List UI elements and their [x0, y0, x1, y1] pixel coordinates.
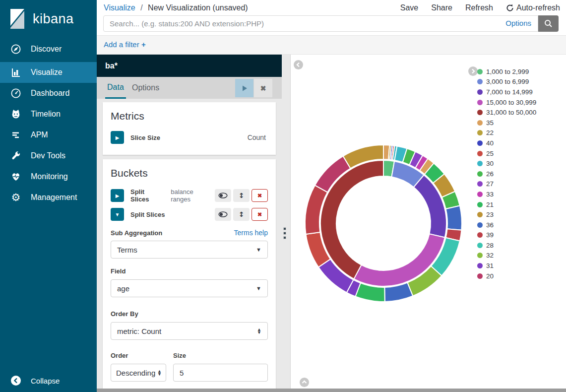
sidebar-item-discover[interactable]: Discover — [0, 39, 97, 60]
legend-item[interactable]: 23 — [477, 209, 536, 220]
visualization-canvas: 1,000 to 2,9993,000 to 6,9997,000 to 14,… — [290, 55, 566, 389]
field-select[interactable]: age ▼ — [111, 279, 268, 297]
play-icon — [241, 85, 248, 92]
legend-item[interactable]: 26 — [477, 169, 536, 179]
tab-options[interactable]: Options — [130, 77, 161, 99]
chart-legend: 1,000 to 2,9993,000 to 6,9997,000 to 14,… — [477, 66, 536, 281]
search-button[interactable] — [538, 15, 559, 32]
legend-item[interactable]: 21 — [477, 199, 536, 210]
legend-item[interactable]: 25 — [477, 148, 536, 159]
sidebar-item-apm[interactable]: APM — [0, 125, 97, 145]
legend-label: 26 — [486, 170, 494, 178]
sidebar-item-visualize[interactable]: Visualize — [0, 62, 97, 83]
expand-bucket-button[interactable]: ▶ — [111, 189, 124, 202]
disable-agg-toggle[interactable] — [215, 189, 231, 202]
search-bar: Options — [97, 15, 566, 33]
legend-item[interactable]: 40 — [477, 138, 536, 148]
legend-color-dot — [477, 263, 483, 268]
legend-item[interactable]: 20 — [477, 271, 536, 281]
legend-item[interactable]: 31,000 to 50,000 — [477, 107, 536, 118]
sidebar-item-management[interactable]: ⚙ Management — [0, 187, 97, 208]
move-agg-button[interactable]: ↕ — [233, 208, 250, 221]
legend-color-dot — [477, 130, 483, 135]
discard-changes-button[interactable]: ✖ — [254, 79, 272, 97]
spy-panel-button[interactable] — [300, 378, 309, 387]
legend-item[interactable]: 33 — [477, 189, 536, 199]
field-row: Field age ▼ — [111, 266, 268, 297]
share-button[interactable]: Share — [431, 3, 452, 12]
legend-label: 30 — [486, 160, 494, 167]
order-select[interactable]: Descending ▲▼ — [111, 364, 166, 382]
save-button[interactable]: Save — [400, 3, 418, 12]
global-nav-sidebar: kibana Discover Visualize Dashboard Time… — [0, 0, 97, 392]
legend-item[interactable]: 30 — [477, 158, 536, 169]
legend-item[interactable]: 32 — [477, 251, 536, 261]
legend-item[interactable]: 1,000 to 2,999 — [477, 66, 536, 77]
wrench-icon — [10, 150, 22, 162]
expand-metric-button[interactable]: ▶ — [111, 131, 124, 144]
remove-agg-button[interactable]: ✖ — [252, 189, 268, 202]
size-input[interactable]: 5 — [173, 364, 268, 382]
remove-x-icon: ✖ — [257, 193, 262, 199]
legend-item[interactable]: 7,000 to 14,999 — [477, 87, 536, 97]
collapse-circle-icon — [10, 375, 22, 387]
move-vertical-icon: ↕ — [239, 192, 245, 199]
legend-color-dot — [477, 181, 483, 187]
caret-down-icon: ▼ — [256, 247, 261, 253]
sidebar-item-monitoring[interactable]: Monitoring — [0, 166, 97, 187]
legend-color-dot — [477, 171, 483, 177]
remove-agg-button[interactable]: ✖ — [252, 208, 268, 221]
sidebar-item-timelion[interactable]: Timelion — [0, 104, 97, 125]
legend-item[interactable]: 31 — [477, 261, 536, 271]
legend-item[interactable]: 28 — [477, 240, 536, 251]
legend-item[interactable]: 36 — [477, 220, 536, 230]
sidebar-item-label: Visualize — [31, 68, 63, 77]
move-agg-button[interactable]: ↕ — [233, 189, 250, 202]
collapse-bucket-button[interactable]: ▼ — [111, 208, 124, 221]
legend-label: 28 — [486, 242, 494, 249]
apply-changes-button[interactable] — [235, 79, 253, 97]
sidebar-item-dashboard[interactable]: Dashboard — [0, 83, 97, 104]
terms-help-link[interactable]: Terms help — [234, 229, 268, 237]
sidebar-item-label: Discover — [31, 45, 62, 54]
editor-tab-bar: Data Options ✖ — [97, 77, 282, 99]
collapse-editor-button[interactable] — [294, 60, 303, 69]
legend-item[interactable]: 35 — [477, 118, 536, 128]
refresh-button[interactable]: Refresh — [465, 3, 493, 12]
sidebar-item-dev-tools[interactable]: Dev Tools — [0, 145, 97, 166]
collapse-nav-button[interactable]: Collapse — [0, 371, 97, 390]
breadcrumb-current: New Visualization (unsaved) — [148, 3, 248, 12]
order-by-select[interactable]: metric: Count ▲▼ — [111, 322, 268, 340]
metrics-heading: Metrics — [111, 110, 268, 122]
search-input[interactable] — [103, 15, 538, 32]
gauge-icon — [10, 87, 22, 99]
bar-chart-icon — [10, 66, 22, 78]
chart-slice-36[interactable] — [446, 205, 462, 230]
disable-agg-toggle[interactable] — [215, 208, 231, 221]
legend-label: 35 — [486, 119, 494, 127]
legend-item[interactable]: 39 — [477, 230, 536, 241]
legend-item[interactable]: 3,000 to 6,999 — [477, 77, 536, 87]
horizontal-scrollbar[interactable] — [97, 389, 566, 392]
auto-refresh-button[interactable]: Auto-refresh — [506, 3, 560, 12]
legend-item[interactable]: 15,000 to 30,999 — [477, 97, 536, 108]
search-options-link[interactable]: Options — [505, 19, 531, 27]
chevron-up-icon — [302, 380, 307, 385]
legend-item[interactable]: 27 — [477, 179, 536, 190]
tab-data[interactable]: Data — [105, 77, 126, 99]
move-vertical-icon: ↕ — [239, 210, 245, 218]
add-filter-button[interactable]: Add a filter + — [104, 40, 146, 49]
sunburst-pie-chart[interactable] — [299, 139, 468, 308]
legend-toggle-button[interactable] — [468, 66, 478, 76]
panel-resizer-handle[interactable] — [281, 218, 289, 248]
sub-aggregation-select[interactable]: Terms ▼ — [111, 241, 268, 259]
metric-value: Count — [248, 133, 266, 141]
breadcrumb-visualize-link[interactable]: Visualize — [104, 3, 135, 12]
apm-lines-icon — [10, 129, 22, 141]
legend-color-dot — [477, 79, 483, 84]
legend-item[interactable]: 22 — [477, 128, 536, 138]
kibana-logo-icon — [7, 7, 28, 30]
kibana-logo[interactable]: kibana — [0, 0, 97, 38]
size-col: Size 5 — [173, 351, 268, 382]
breadcrumb: Visualize / New Visualization (unsaved) — [104, 3, 248, 12]
